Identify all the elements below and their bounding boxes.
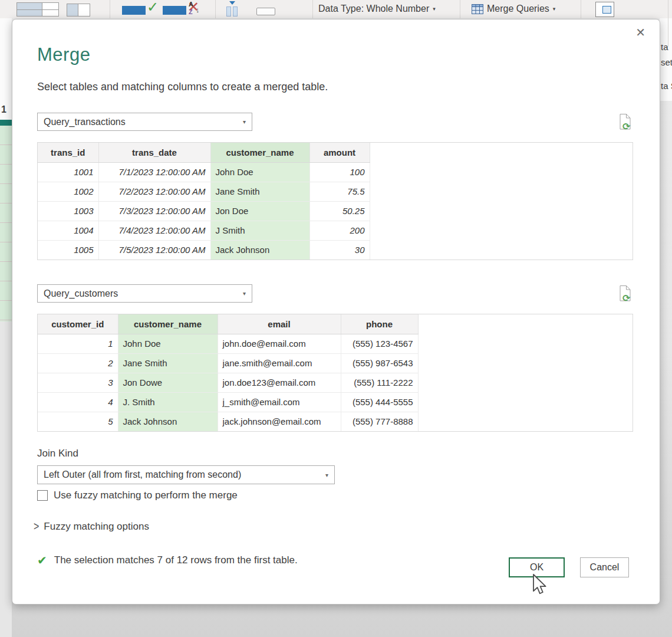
cell[interactable]: 30 xyxy=(309,240,370,260)
cell[interactable]: Jane Smith xyxy=(210,182,309,201)
cell[interactable]: J Smith xyxy=(210,221,309,240)
join-kind-select-value: Left Outer (all from first, matching fro… xyxy=(44,469,241,480)
cancel-button[interactable]: Cancel xyxy=(580,557,629,577)
column-header-fragment: 1 xyxy=(1,104,6,115)
column-header-trans_date[interactable]: trans_date xyxy=(98,143,210,162)
second-table-select-value: Query_customers xyxy=(44,288,118,299)
cell[interactable]: 1003 xyxy=(38,201,98,221)
cell[interactable]: 7/3/2023 12:00:00 AM xyxy=(98,201,210,221)
ribbon-separator xyxy=(460,0,460,18)
ribbon-separator xyxy=(110,0,110,18)
column-header-amount[interactable]: amount xyxy=(309,143,370,162)
table-row: 2Jane Smithjane.smith@email.com(555) 987… xyxy=(38,353,418,373)
cell[interactable]: Jane Smith xyxy=(118,353,218,373)
cell[interactable]: 1004 xyxy=(38,221,98,240)
table-row: 1John Doejohn.doe@email.com(555) 123-456… xyxy=(38,334,418,353)
svg-text:⟳: ⟳ xyxy=(622,122,631,132)
cell[interactable]: 5 xyxy=(38,412,118,431)
cell[interactable]: 7/5/2023 12:00:00 AM xyxy=(98,240,210,260)
second-table-select[interactable]: Query_customers ▾ xyxy=(37,284,252,303)
fuzzy-matching-checkbox-label: Use fuzzy matching to perform the merge xyxy=(54,490,238,501)
cell[interactable]: Jon Doe xyxy=(210,201,309,221)
cell[interactable]: (555) 777-8888 xyxy=(341,412,418,431)
worksheet-header-band xyxy=(0,120,12,126)
merge-queries-icon[interactable] xyxy=(472,4,483,17)
cell[interactable]: 1005 xyxy=(38,240,98,260)
keep-rows-icon[interactable]: ✓ xyxy=(122,2,159,18)
table-row: 10027/2/2023 12:00:00 AMJane Smith75.5 xyxy=(38,182,370,201)
cell[interactable]: Jack Johnson xyxy=(118,412,218,431)
close-icon[interactable]: ✕ xyxy=(633,23,648,42)
check-icon: ✔ xyxy=(37,553,47,567)
clipped-text: set xyxy=(661,57,672,67)
cell[interactable]: 3 xyxy=(38,373,118,392)
column-header-email[interactable]: email xyxy=(218,314,341,334)
cell[interactable]: (555) 987-6543 xyxy=(341,353,418,373)
cell[interactable]: Jon Dowe xyxy=(118,373,218,392)
match-status: ✔ The selection matches 7 of 12 rows fro… xyxy=(37,553,298,567)
fuzzy-matching-checkbox-row: Use fuzzy matching to perform the merge xyxy=(37,490,238,501)
match-status-text: The selection matches 7 of 12 rows from … xyxy=(54,554,298,566)
fuzzy-options-expander[interactable]: > Fuzzy matching options xyxy=(34,521,149,533)
table-row: 10017/1/2023 12:00:00 AMJohn Doe100 xyxy=(38,162,370,182)
join-kind-label: Join Kind xyxy=(37,448,78,459)
cell[interactable]: john.doe@email.com xyxy=(218,334,341,353)
split-column-icon[interactable] xyxy=(226,1,239,18)
background-pane-right: ta set ta S xyxy=(660,18,672,101)
group-by-icon[interactable] xyxy=(17,2,59,17)
column-header-trans_id[interactable]: trans_id xyxy=(38,143,98,162)
cell[interactable]: John Doe xyxy=(210,162,309,182)
chevron-down-icon: ▾ xyxy=(325,472,328,478)
cell[interactable]: J. Smith xyxy=(118,392,218,412)
column-header-customer_name[interactable]: customer_name xyxy=(118,314,218,334)
refresh-preview-icon[interactable]: ⟳ xyxy=(617,113,633,131)
manage-pane-icon[interactable] xyxy=(595,2,614,17)
sort-az-icon[interactable]: AZ↓ xyxy=(189,1,203,18)
svg-text:⟳: ⟳ xyxy=(622,293,631,303)
ribbon-bar: ✓ ✕ AZ↓ Data Type: Whole Number▾ Merge Q… xyxy=(0,0,672,18)
cell[interactable]: 1002 xyxy=(38,182,98,201)
clipped-text: ta xyxy=(661,42,668,52)
cell[interactable]: John Doe xyxy=(118,334,218,353)
table-row: 10057/5/2023 12:00:00 AMJack Johnson30 xyxy=(38,240,370,260)
cell[interactable]: jon.doe123@email.com xyxy=(218,373,341,392)
cell[interactable]: 4 xyxy=(38,392,118,412)
cell[interactable]: (555) 123-4567 xyxy=(341,334,418,353)
cell[interactable]: j_smith@email.com xyxy=(218,392,341,412)
fuzzy-matching-checkbox[interactable] xyxy=(37,490,48,501)
chevron-down-icon: ▾ xyxy=(553,6,556,12)
cell[interactable]: 75.5 xyxy=(309,182,370,201)
refresh-preview-icon[interactable]: ⟳ xyxy=(617,285,633,303)
cell[interactable]: 50.25 xyxy=(309,201,370,221)
join-kind-select[interactable]: Left Outer (all from first, matching fro… xyxy=(37,465,335,484)
cell[interactable]: jack.johnson@email.com xyxy=(218,412,341,431)
column-header-customer_id[interactable]: customer_id xyxy=(38,314,118,334)
screen: ✓ ✕ AZ↓ Data Type: Whole Number▾ Merge Q… xyxy=(0,0,672,637)
cell[interactable]: 100 xyxy=(309,162,370,182)
chevron-down-icon: ▾ xyxy=(243,119,246,125)
data-type-dropdown[interactable]: Data Type: Whole Number▾ xyxy=(318,0,436,18)
cell[interactable]: 2 xyxy=(38,353,118,373)
cell[interactable]: Jack Johnson xyxy=(210,240,309,260)
cell[interactable]: (555) 444-5555 xyxy=(341,392,418,412)
cell[interactable]: 7/4/2023 12:00:00 AM xyxy=(98,221,210,240)
table-row: 10037/3/2023 12:00:00 AMJon Doe50.25 xyxy=(38,201,370,221)
cell[interactable]: 1 xyxy=(38,334,118,353)
column-header-phone[interactable]: phone xyxy=(341,314,418,334)
cell[interactable]: 1001 xyxy=(38,162,98,182)
merge-queries-button[interactable]: Merge Queries▾ xyxy=(487,0,555,18)
column-header-customer_name[interactable]: customer_name xyxy=(210,143,309,162)
table-row: 3Jon Dowejon.doe123@email.com(555) 111-2… xyxy=(38,373,418,392)
cell[interactable]: 7/1/2023 12:00:00 AM xyxy=(98,162,210,182)
format-icon[interactable] xyxy=(256,8,275,15)
worksheet-rows xyxy=(0,126,12,321)
cell[interactable]: 7/2/2023 12:00:00 AM xyxy=(98,182,210,201)
choose-columns-icon[interactable] xyxy=(67,4,90,17)
cell[interactable]: (555) 111-2222 xyxy=(341,373,418,392)
ribbon-separator xyxy=(668,0,668,18)
ribbon-separator xyxy=(581,0,581,18)
first-table-select[interactable]: Query_transactions ▾ xyxy=(37,113,252,131)
chevron-down-icon: ▾ xyxy=(433,6,436,12)
cell[interactable]: 200 xyxy=(309,221,370,240)
cell[interactable]: jane.smith@email.com xyxy=(218,353,341,373)
